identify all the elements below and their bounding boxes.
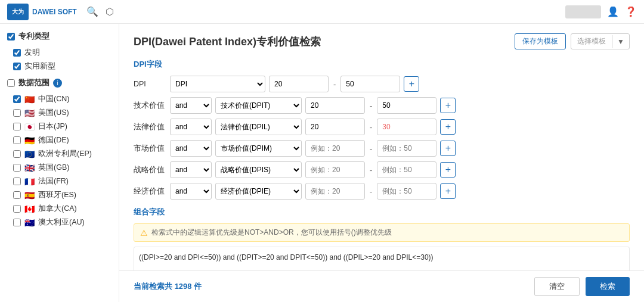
market-value-row: 市场价值 andornot 市场价值(DPIM) - +	[134, 140, 630, 157]
country-checkbox-gb[interactable]	[13, 164, 21, 172]
count-suffix: 件	[194, 282, 202, 291]
select-template-label: 选择模板	[571, 34, 612, 49]
country-flag-gb: 🇬🇧	[24, 163, 35, 173]
country-item-ca: 🇨🇦 加拿大(CA)	[10, 204, 112, 214]
strategy-value-field-name: 战略价值	[134, 165, 166, 175]
save-template-button[interactable]: 保存为模板	[515, 33, 566, 49]
country-checkbox-ep[interactable]	[13, 150, 21, 158]
country-item-us: 🇺🇸 美国(US)	[10, 108, 112, 118]
tech-value-add-button[interactable]: +	[440, 98, 456, 113]
warning-text: 检索式中的逻辑运算优先级是NOT>AND>OR，您可以使用括号()调整优先级	[151, 228, 392, 238]
search-button[interactable]: 检索	[586, 277, 630, 296]
legal-value-row: 法律价值 andornot 法律价值(DPIL) - +	[134, 119, 630, 135]
country-label-es: 西班牙(ES)	[38, 190, 76, 200]
country-flag-us: 🇺🇸	[24, 108, 35, 118]
legal-value-add-button[interactable]: +	[440, 119, 456, 135]
tech-value-row: 技术价值 andornot 技术价值(DPIT) - +	[134, 97, 630, 114]
market-value-field-select[interactable]: 市场价值(DPIM)	[215, 140, 302, 157]
utility-checkbox[interactable]	[13, 63, 21, 70]
country-label-jp: 日本(JP)	[38, 122, 67, 132]
country-item-es: 🇪🇸 西班牙(ES)	[10, 190, 112, 200]
data-range-checkbox[interactable]	[7, 79, 15, 87]
cube-icon[interactable]: ⬡	[106, 6, 114, 17]
patent-type-label: 专利类型	[18, 31, 49, 42]
country-label-ep: 欧洲专利局(EP)	[38, 149, 92, 159]
country-checkbox-de[interactable]	[13, 136, 21, 144]
strategy-value-field-select[interactable]: 战略价值(DPIS)	[215, 161, 302, 178]
economic-value-min-input[interactable]	[305, 183, 365, 200]
strategy-value-max-input[interactable]	[377, 161, 436, 178]
country-checkbox-es[interactable]	[13, 191, 21, 199]
country-flag-de: 🇩🇪	[24, 136, 35, 145]
country-label-ca: 加拿大(CA)	[38, 204, 77, 214]
country-checkbox-ca[interactable]	[13, 205, 21, 213]
market-value-min-input[interactable]	[305, 140, 365, 157]
country-flag-ca: 🇨🇦	[24, 204, 35, 214]
market-value-max-input[interactable]	[377, 140, 436, 157]
market-value-field-name: 市场价值	[134, 144, 166, 154]
legal-value-min-input[interactable]	[305, 119, 365, 135]
dpi-min-input[interactable]	[269, 76, 329, 92]
dpi-field-name: DPI	[134, 80, 166, 88]
invention-checkbox[interactable]	[13, 49, 21, 57]
country-flag-au: 🇦🇺	[24, 218, 35, 228]
country-item-cn: 🇨🇳 中国(CN)	[10, 94, 112, 104]
tech-value-field-select[interactable]: 技术价值(DPIT)	[215, 97, 302, 114]
footer: 当前检索共 1298 件 清空 检索	[119, 270, 644, 302]
economic-value-field-select[interactable]: 经济价值(DPIE)	[215, 183, 302, 200]
data-range-info: i	[53, 79, 62, 88]
country-item-ep: 🇪🇺 欧洲专利局(EP)	[10, 149, 112, 159]
country-label-us: 美国(US)	[38, 108, 69, 118]
data-range-label: 数据范围	[18, 77, 49, 88]
country-item-gb: 🇬🇧 英国(GB)	[10, 163, 112, 173]
patent-type-checkbox[interactable]	[7, 33, 15, 41]
country-label-fr: 法国(FR)	[38, 176, 69, 186]
country-checkbox-jp[interactable]	[13, 123, 21, 130]
country-label-cn: 中国(CN)	[38, 94, 69, 104]
combined-section-label: 组合字段	[134, 207, 630, 217]
strategy-value-connector[interactable]: andornot	[170, 161, 212, 178]
country-flag-es: 🇪🇸	[24, 191, 35, 200]
dpi-field-select[interactable]: DPI	[170, 76, 265, 92]
country-flag-fr: 🇫🇷	[24, 177, 35, 186]
dpi-add-button[interactable]: +	[404, 76, 419, 92]
country-checkbox-fr[interactable]	[13, 178, 21, 185]
dpi-section-label: DPI字段	[134, 59, 630, 70]
country-item-jp: 🇯🇵 日本(JP)	[10, 122, 112, 132]
utility-label: 实用新型	[24, 61, 55, 71]
country-label-au: 澳大利亚(AU)	[38, 217, 85, 228]
dpi-row: DPI DPI - +	[134, 76, 630, 92]
market-value-connector[interactable]: andornot	[170, 140, 212, 157]
search-icon[interactable]: 🔍	[86, 6, 98, 17]
strategy-value-add-button[interactable]: +	[440, 162, 456, 178]
country-label-de: 德国(DE)	[38, 135, 69, 145]
strategy-value-min-input[interactable]	[305, 161, 365, 178]
sidebar: 专利类型 发明 实用新型 数据范围 i	[0, 24, 119, 302]
legal-value-max-input[interactable]	[377, 119, 436, 135]
formula-display: ((DPI>=20 and DPI<=50)) and ((DPIT>=20 a…	[134, 247, 630, 270]
economic-value-max-input[interactable]	[377, 183, 436, 200]
country-checkbox-us[interactable]	[13, 109, 21, 117]
economic-value-add-button[interactable]: +	[440, 183, 456, 199]
result-count: 当前检索共 1298 件	[134, 281, 202, 292]
svg-text:大为: 大为	[11, 8, 24, 15]
template-dropdown[interactable]: 选择模板 ▼	[571, 33, 630, 49]
page-title: DPI(Dawei Patent Index)专利价值检索	[134, 35, 321, 49]
country-checkbox-cn[interactable]	[13, 95, 21, 103]
dpi-max-input[interactable]	[340, 76, 400, 92]
clear-button[interactable]: 清空	[534, 277, 580, 296]
market-value-add-button[interactable]: +	[440, 141, 456, 156]
tech-value-max-input[interactable]	[377, 97, 436, 114]
strategy-value-row: 战略价值 andornot 战略价值(DPIS) - +	[134, 161, 630, 178]
country-flag-cn: 🇨🇳	[24, 95, 35, 104]
economic-value-connector[interactable]: andornot	[170, 183, 212, 200]
legal-value-connector[interactable]: andornot	[170, 119, 212, 135]
count-number: 1298	[175, 282, 192, 291]
user-icon[interactable]: 👤	[607, 6, 619, 17]
country-checkbox-au[interactable]	[13, 219, 21, 226]
country-item-de: 🇩🇪 德国(DE)	[10, 135, 112, 145]
tech-value-min-input[interactable]	[305, 97, 365, 114]
legal-value-field-select[interactable]: 法律价值(DPIL)	[215, 119, 302, 135]
help-icon[interactable]: ❓	[625, 6, 637, 17]
tech-value-connector[interactable]: andornot	[170, 97, 212, 114]
